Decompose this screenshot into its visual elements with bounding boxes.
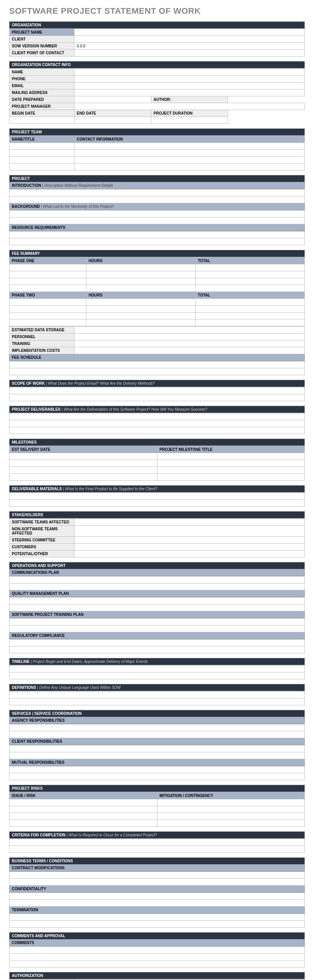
milestone-cell[interactable] [10,460,157,467]
timeline-cell[interactable] [10,672,305,679]
fee-cell[interactable] [195,278,304,285]
comm-cell[interactable] [10,583,305,590]
value-mailing[interactable] [74,89,305,96]
resource-cell[interactable] [10,232,305,238]
fee-cell[interactable] [10,306,86,313]
timeline-cell[interactable] [10,666,305,672]
deliv-cell[interactable] [10,420,305,427]
deliv-cell[interactable] [10,413,305,420]
risk-cell[interactable] [157,806,305,813]
team-cell[interactable] [74,143,305,150]
value-pm[interactable] [74,103,305,110]
mutual-cell[interactable] [10,773,305,780]
value-client-poc[interactable] [74,50,305,57]
comments-cell[interactable] [10,947,305,954]
risk-cell[interactable] [157,813,305,820]
milestone-cell[interactable] [10,474,157,481]
fee-cell[interactable] [86,299,195,306]
regulatory-cell[interactable] [10,640,305,646]
milestone-cell[interactable] [10,453,157,460]
mutual-cell[interactable] [10,766,305,773]
team-cell[interactable] [74,150,305,157]
value-date-prepared[interactable] [74,96,151,103]
fee-cell[interactable] [195,319,304,326]
dm-cell[interactable] [10,493,305,500]
team-cell[interactable] [10,143,74,150]
fee-cell[interactable] [10,271,86,278]
training-cell[interactable] [10,625,305,632]
conf-cell[interactable] [10,893,305,900]
def-cell[interactable] [10,698,305,705]
value-personnel[interactable] [74,334,305,340]
comments-cell[interactable] [10,961,305,967]
milestone-cell[interactable] [157,467,305,474]
risk-cell[interactable] [10,813,157,820]
fee-cell[interactable] [86,313,195,319]
contract-cell[interactable] [10,879,305,886]
intro-cell[interactable] [10,190,305,196]
client-resp-cell[interactable] [10,745,305,752]
background-cell[interactable] [10,217,305,224]
scope-cell[interactable] [10,394,305,401]
fee-cell[interactable] [86,285,195,292]
contract-cell[interactable] [10,872,305,879]
fee-cell[interactable] [86,264,195,271]
comm-cell[interactable] [10,577,305,583]
fee-cell[interactable] [10,278,86,285]
fee-cell[interactable] [10,299,86,306]
value-software-teams[interactable] [74,519,305,526]
fee-cell[interactable] [86,319,195,326]
value-potential[interactable] [74,551,305,557]
dm-cell[interactable] [10,500,305,507]
value-customers[interactable] [74,544,305,551]
milestone-cell[interactable] [157,460,305,467]
fee-cell[interactable] [195,299,304,306]
risk-cell[interactable] [10,806,157,813]
team-cell[interactable] [74,157,305,164]
value-nonsoftware-teams[interactable] [74,526,305,537]
intro-cell[interactable] [10,196,305,203]
value-email[interactable] [74,83,305,89]
agency-cell[interactable] [10,724,305,731]
resource-cell[interactable] [10,238,305,245]
conf-cell[interactable] [10,900,305,907]
value-phone[interactable] [74,76,305,83]
team-cell[interactable] [10,164,74,170]
value-training[interactable] [74,340,305,347]
def-cell[interactable] [10,692,305,698]
fee-cell[interactable] [195,264,304,271]
milestone-cell[interactable] [157,474,305,481]
value-steering[interactable] [74,537,305,544]
criteria-cell[interactable] [10,846,305,853]
quality-cell[interactable] [10,598,305,604]
agency-cell[interactable] [10,731,305,738]
value-sow-version[interactable]: 0.0.0 [74,43,305,50]
milestone-cell[interactable] [10,467,157,474]
scope-cell[interactable] [10,387,305,394]
deliv-cell[interactable] [10,427,305,434]
term-cell[interactable] [10,921,305,928]
criteria-cell[interactable] [10,839,305,846]
risk-cell[interactable] [10,820,157,827]
value-impl-costs[interactable] [74,347,305,354]
value-begin-date[interactable] [10,117,74,124]
value-client[interactable] [74,36,305,43]
risk-cell[interactable] [157,820,305,827]
fee-cell[interactable] [10,264,86,271]
milestone-cell[interactable] [157,453,305,460]
fee-cell[interactable] [86,306,195,313]
value-duration[interactable] [151,117,228,124]
risk-cell[interactable] [10,799,157,806]
fee-cell[interactable] [10,319,86,326]
fee-cell[interactable] [10,313,86,319]
fee-schedule-cell[interactable] [10,368,305,375]
team-cell[interactable] [10,150,74,157]
term-cell[interactable] [10,914,305,921]
background-cell[interactable] [10,211,305,217]
fee-cell[interactable] [86,278,195,285]
fee-cell[interactable] [195,285,304,292]
fee-cell[interactable] [195,306,304,313]
team-cell[interactable] [10,157,74,164]
value-project-name[interactable] [74,29,305,36]
fee-cell[interactable] [10,285,86,292]
